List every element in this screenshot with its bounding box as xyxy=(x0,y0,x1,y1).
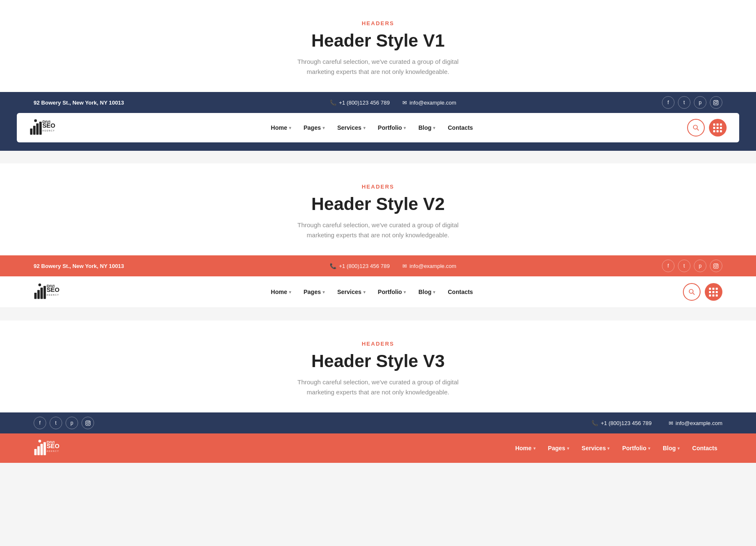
facebook-icon-v3[interactable]: f xyxy=(34,417,46,429)
header-v2: 92 Bowery St., New York, NY 10013 📞 +1 (… xyxy=(0,255,756,308)
svg-text:AGENCY: AGENCY xyxy=(47,294,59,296)
header-v2-actions xyxy=(683,283,722,301)
nav-v3-pages[interactable]: Pages▾ xyxy=(543,441,574,455)
instagram-icon-v2[interactable] xyxy=(710,260,722,272)
nav-item-portfolio[interactable]: Portfolio▾ xyxy=(373,121,411,134)
svg-point-7 xyxy=(34,119,37,122)
svg-text:AGENCY: AGENCY xyxy=(42,130,55,132)
svg-line-25 xyxy=(693,293,695,295)
search-button[interactable] xyxy=(687,119,705,136)
svg-rect-13 xyxy=(714,264,719,268)
nav-v3-services[interactable]: Services▾ xyxy=(577,441,615,455)
pinterest-icon-v2[interactable]: p xyxy=(694,260,706,272)
header-v2-phone: 📞 +1 (800)123 456 789 xyxy=(330,263,390,269)
svg-point-27 xyxy=(87,422,89,424)
header-v1-phone: 📞 +1 (800)123 456 789 xyxy=(330,100,390,106)
svg-rect-3 xyxy=(30,129,33,135)
header-v1-navbar: SEO DIVI AGENCY Home▾ Pages▾ Services▾ P… xyxy=(17,113,739,142)
nav-v3-blog[interactable]: Blog▾ xyxy=(658,441,685,455)
header-v3-topbar: f t p 📞 +1 (800)123 456 789 ✉ info@examp… xyxy=(0,412,756,433)
section2-description: Through careful selection, we've curated… xyxy=(290,220,466,240)
twitter-icon-v3[interactable]: t xyxy=(50,417,62,429)
svg-point-33 xyxy=(38,440,41,443)
header-v1-logo[interactable]: SEO DIVI AGENCY xyxy=(29,117,57,138)
nav-item-home[interactable]: Home▾ xyxy=(266,121,296,134)
email-icon-v3: ✉ xyxy=(669,420,673,426)
grid-button[interactable] xyxy=(709,119,727,136)
svg-rect-16 xyxy=(34,293,37,299)
svg-line-12 xyxy=(697,129,699,131)
header-v1-topbar: 92 Bowery St., New York, NY 10013 📞 +1 (… xyxy=(0,92,756,113)
header-v2-contact: 📞 +1 (800)123 456 789 ✉ info@example.com xyxy=(330,263,457,269)
svg-point-20 xyxy=(38,284,41,286)
section3-description: Through careful selection, we've curated… xyxy=(290,377,466,397)
header-v1-email: ✉ info@example.com xyxy=(402,100,456,106)
section1-intro: HEADERS Header Style V1 Through careful … xyxy=(0,0,756,92)
svg-rect-18 xyxy=(40,288,43,299)
svg-rect-26 xyxy=(86,421,90,425)
twitter-icon-v2[interactable]: t xyxy=(678,260,690,272)
header-v1-contact: 📞 +1 (800)123 456 789 ✉ info@example.com xyxy=(330,100,457,106)
svg-rect-29 xyxy=(34,449,37,455)
header-v3-contact: 📞 +1 (800)123 456 789 ✉ info@example.com xyxy=(591,420,722,426)
nav-v2-contacts[interactable]: Contacts xyxy=(443,285,478,299)
header-v2-topbar: 92 Bowery St., New York, NY 10013 📞 +1 (… xyxy=(0,255,756,276)
svg-rect-0 xyxy=(714,100,719,105)
header-v2-logo[interactable]: SEO DIVI AGENCY xyxy=(34,281,61,302)
header-v1-nav-menu: Home▾ Pages▾ Services▾ Portfolio▾ Blog▾ … xyxy=(266,121,478,134)
header-v3: f t p 📞 +1 (800)123 456 789 ✉ info@examp… xyxy=(0,412,756,463)
phone-icon-v2: 📞 xyxy=(330,263,336,269)
header-v2-nav-menu: Home▾ Pages▾ Services▾ Portfolio▾ Blog▾ … xyxy=(266,285,478,299)
nav-v2-home[interactable]: Home▾ xyxy=(266,285,296,299)
email-icon: ✉ xyxy=(402,100,407,106)
instagram-icon-v3[interactable] xyxy=(81,417,94,429)
nav-v3-home[interactable]: Home▾ xyxy=(510,441,541,455)
svg-rect-4 xyxy=(33,126,36,135)
header-v2-social: f t p xyxy=(662,260,722,272)
nav-v2-portfolio[interactable]: Portfolio▾ xyxy=(373,285,411,299)
header-v3-logo[interactable]: SEO DIVI AGENCY xyxy=(34,438,61,459)
svg-rect-30 xyxy=(37,446,40,455)
facebook-icon[interactable]: f xyxy=(662,96,675,109)
svg-rect-17 xyxy=(37,290,40,299)
nav-v3-contacts[interactable]: Contacts xyxy=(687,441,722,455)
header-v3-nav-menu: Home▾ Pages▾ Services▾ Portfolio▾ Blog▾ … xyxy=(510,441,722,455)
phone-icon: 📞 xyxy=(330,100,336,106)
header-v1-social: f t p xyxy=(662,96,722,109)
grid-button-v2[interactable] xyxy=(705,283,722,301)
pinterest-icon-v3[interactable]: p xyxy=(66,417,78,429)
svg-text:DIVI: DIVI xyxy=(47,284,55,288)
nav-item-services[interactable]: Services▾ xyxy=(332,121,370,134)
grid-icon-v2 xyxy=(709,288,718,297)
header-v1: 92 Bowery St., New York, NY 10013 📞 +1 (… xyxy=(0,92,756,151)
header-v1-address: 92 Bowery St., New York, NY 10013 xyxy=(34,100,124,106)
pinterest-icon[interactable]: p xyxy=(694,96,706,109)
svg-text:DIVI: DIVI xyxy=(47,440,55,444)
section2-intro: HEADERS Header Style V2 Through careful … xyxy=(0,163,756,255)
nav-v3-portfolio[interactable]: Portfolio▾ xyxy=(617,441,655,455)
nav-item-pages[interactable]: Pages▾ xyxy=(299,121,330,134)
twitter-icon[interactable]: t xyxy=(678,96,690,109)
header-v3-social: f t p xyxy=(34,417,94,429)
facebook-icon-v2[interactable]: f xyxy=(662,260,675,272)
svg-point-11 xyxy=(693,125,697,129)
svg-point-24 xyxy=(689,289,693,293)
header-v3-navbar: SEO DIVI AGENCY Home▾ Pages▾ Services▾ P… xyxy=(0,433,756,463)
nav-v2-pages[interactable]: Pages▾ xyxy=(299,285,330,299)
nav-item-contacts[interactable]: Contacts xyxy=(443,121,478,134)
svg-point-15 xyxy=(717,264,718,265)
nav-v2-blog[interactable]: Blog▾ xyxy=(413,285,440,299)
svg-rect-31 xyxy=(40,444,43,455)
search-button-v2[interactable] xyxy=(683,283,701,301)
svg-point-1 xyxy=(715,101,717,103)
svg-rect-6 xyxy=(39,122,42,135)
header-v3-phone: 📞 +1 (800)123 456 789 xyxy=(591,420,651,426)
header-v1-actions xyxy=(687,119,727,136)
svg-text:AGENCY: AGENCY xyxy=(47,450,59,452)
svg-point-28 xyxy=(89,421,89,422)
nav-item-blog[interactable]: Blog▾ xyxy=(413,121,440,134)
svg-rect-19 xyxy=(44,286,46,299)
instagram-icon[interactable] xyxy=(710,96,722,109)
svg-text:DIVI: DIVI xyxy=(42,119,50,124)
nav-v2-services[interactable]: Services▾ xyxy=(332,285,370,299)
